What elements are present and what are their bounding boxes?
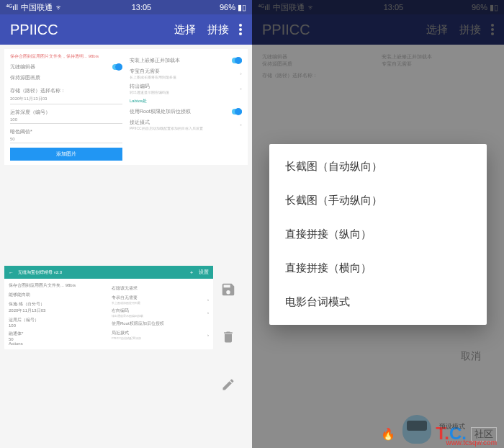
toggle-icon xyxy=(232,109,242,115)
overflow-menu-icon[interactable] xyxy=(239,24,242,35)
settings-label: 设置 xyxy=(199,269,209,276)
cancel-button[interactable]: 取消 xyxy=(461,350,481,363)
edit-icon[interactable] xyxy=(219,375,238,394)
menu-item-manual-vertical[interactable]: 长截图（手动纵向） xyxy=(269,184,487,218)
settings-preview-card: ← 无缝淘宝创焊精母 v2.3 + 设置 保存合图到应用图片文件夹... 98b… xyxy=(4,266,213,349)
save-icon[interactable] xyxy=(219,280,238,299)
preview-area: 保存合图到应用图片文件夹，保持透明... 98bts 无缝编辑器 保持源图画质 … xyxy=(0,45,252,448)
app-bar: PPIICC 选择 拼接 xyxy=(0,14,252,45)
status-time: 13:05 xyxy=(63,3,220,12)
toggle-icon xyxy=(112,64,122,70)
add-image-button: 添加图片 xyxy=(10,148,122,161)
delete-icon[interactable] xyxy=(219,328,238,346)
watermark-url: www.tcsqw.com xyxy=(446,439,497,447)
signal-icon: ⁴ᴳıll xyxy=(6,3,18,12)
chevron-right-icon: › xyxy=(240,122,242,128)
menu-item-auto-vertical[interactable]: 长截图（自动纵向） xyxy=(269,150,487,184)
stitch-mode-dialog: 长截图（自动纵向） 长截图（手动纵向） 直接拼接（纵向） 直接拼接（横向） 电影… xyxy=(269,144,487,325)
stitch-button[interactable]: 拼接 xyxy=(207,23,229,37)
carrier-label: 中国联通 xyxy=(21,2,53,13)
chevron-right-icon: › xyxy=(240,71,242,77)
battery-percent: 96% xyxy=(220,3,235,12)
battery-icon: ▮▯ xyxy=(238,3,246,12)
menu-item-movie-subtitle[interactable]: 电影台词模式 xyxy=(269,285,487,319)
status-bar: ⁴ᴳıll 中国联通 ᯤ 13:05 96% ▮▯ xyxy=(0,0,252,14)
menu-item-direct-vertical[interactable]: 直接拼接（纵向） xyxy=(269,218,487,251)
settings-preview-top: 保存合图到应用图片文件夹，保持透明... 98bts 无缝编辑器 保持源图画质 … xyxy=(4,49,248,165)
plus-icon: + xyxy=(190,270,193,275)
menu-item-direct-horizontal[interactable]: 直接拼接（横向） xyxy=(269,251,487,285)
select-button[interactable]: 选择 xyxy=(174,23,196,37)
back-arrow-icon: ← xyxy=(9,270,14,275)
wifi-icon: ᯤ xyxy=(55,3,63,12)
side-toolbar xyxy=(219,280,248,394)
toggle-icon xyxy=(232,58,242,63)
helmet-icon xyxy=(402,415,431,444)
app-title: PPIICC xyxy=(10,22,163,38)
chevron-right-icon: › xyxy=(240,86,242,92)
fire-icon xyxy=(381,424,398,444)
